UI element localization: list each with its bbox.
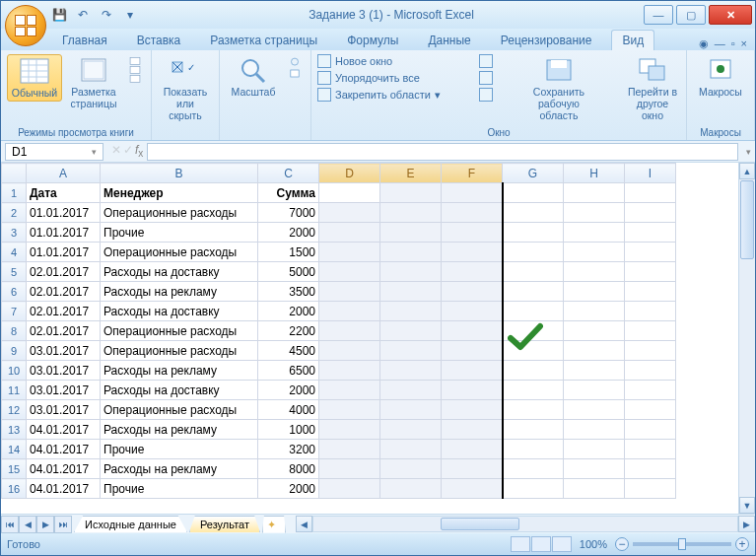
cell-F10[interactable] [442,361,503,381]
cell-E12[interactable] [380,400,442,420]
expand-formula-bar-icon[interactable]: ▾ [742,147,755,157]
formula-input[interactable] [147,143,738,161]
row-header-15[interactable]: 15 [2,459,27,479]
cell-E4[interactable] [380,243,442,262]
cell-B1[interactable]: Менеджер [101,183,258,203]
show-hide-button[interactable]: ✓ Показать или скрыть [158,54,213,123]
cell-B11[interactable]: Расходы на доставку [101,381,258,400]
cell-A13[interactable]: 04.01.2017 [27,420,101,440]
cell-D12[interactable] [319,400,380,420]
cell-I16[interactable] [625,479,676,499]
cell-I15[interactable] [625,459,676,479]
cell-D10[interactable] [319,361,380,381]
unhide-button[interactable] [479,88,493,102]
cell-C12[interactable]: 4000 [258,400,319,420]
cell-I8[interactable] [625,321,676,341]
cell-I12[interactable] [625,400,676,420]
cell-F4[interactable] [442,243,503,262]
cell-A9[interactable]: 03.01.2017 [27,341,101,361]
cell-I11[interactable] [625,381,676,400]
row-header-3[interactable]: 3 [2,223,27,243]
tab-formulas[interactable]: Формулы [337,31,408,50]
cell-B16[interactable]: Прочие [101,479,258,499]
cell-F6[interactable] [442,282,503,302]
cell-H14[interactable] [564,440,625,459]
help-icon[interactable]: ◉ [699,37,709,50]
cell-D11[interactable] [319,381,380,400]
cell-G13[interactable] [503,420,564,440]
cell-I9[interactable] [625,341,676,361]
cell-E1[interactable] [380,183,442,203]
maximize-button[interactable]: ▢ [676,5,706,25]
ribbon-restore-icon[interactable]: ▫ [731,37,735,50]
row-header-16[interactable]: 16 [2,479,27,499]
cell-C14[interactable]: 3200 [258,440,319,459]
cell-B14[interactable]: Прочие [101,440,258,459]
row-header-5[interactable]: 5 [2,262,27,282]
qat-dropdown-icon[interactable]: ▾ [121,6,139,24]
cell-G16[interactable] [503,479,564,499]
cell-D7[interactable] [319,302,380,321]
column-header-I[interactable]: I [625,164,676,183]
cell-A7[interactable]: 02.01.2017 [27,302,101,321]
tab-insert[interactable]: Вставка [127,31,191,50]
cell-E2[interactable] [380,203,442,223]
tab-review[interactable]: Рецензирование [491,31,602,50]
select-all-cell[interactable] [2,164,27,183]
cell-A16[interactable]: 04.01.2017 [27,479,101,499]
cancel-formula-icon[interactable]: ✕ [111,143,121,159]
cell-I2[interactable] [625,203,676,223]
cell-A8[interactable]: 02.01.2017 [27,321,101,341]
cell-A11[interactable]: 03.01.2017 [27,381,101,400]
scroll-down-icon[interactable]: ▼ [739,497,755,514]
cell-D14[interactable] [319,440,380,459]
cell-H3[interactable] [564,223,625,243]
cell-A3[interactable]: 01.01.2017 [27,223,101,243]
scroll-up-icon[interactable]: ▲ [739,163,755,179]
first-sheet-icon[interactable]: ⏮ [1,516,19,533]
scroll-right-icon[interactable]: ▶ [738,516,755,532]
row-header-11[interactable]: 11 [2,381,27,400]
cell-F3[interactable] [442,223,503,243]
cell-F16[interactable] [442,479,503,499]
cell-G14[interactable] [503,440,564,459]
horizontal-scrollbar[interactable]: ◀ ▶ [296,516,755,532]
zoom-more-button[interactable] [285,54,305,88]
ribbon-close-icon[interactable]: × [741,37,747,50]
cell-A14[interactable]: 04.01.2017 [27,440,101,459]
cell-G7[interactable] [503,302,564,321]
page-layout-view-button[interactable]: Разметка страницы [66,54,121,111]
cell-C15[interactable]: 8000 [258,459,319,479]
cell-C4[interactable]: 1500 [258,243,319,262]
cell-H2[interactable] [564,203,625,223]
zoom-slider[interactable] [633,542,731,546]
cell-I13[interactable] [625,420,676,440]
cell-E15[interactable] [380,459,442,479]
row-header-1[interactable]: 1 [2,183,27,203]
cell-F9[interactable] [442,341,503,361]
cell-F7[interactable] [442,302,503,321]
cell-C2[interactable]: 7000 [258,203,319,223]
accept-formula-icon[interactable]: ✓ [123,143,133,159]
hscroll-thumb[interactable] [441,518,519,530]
save-icon[interactable]: 💾 [50,6,68,24]
column-header-F[interactable]: F [442,164,503,183]
cell-F15[interactable] [442,459,503,479]
cell-C9[interactable]: 4500 [258,341,319,361]
cell-D4[interactable] [319,243,380,262]
scroll-left-icon[interactable]: ◀ [296,516,312,532]
prev-sheet-icon[interactable]: ◀ [19,516,36,533]
cell-A15[interactable]: 04.01.2017 [27,459,101,479]
cell-B2[interactable]: Операционные расходы [101,203,258,223]
sheet-tab-result[interactable]: Результат [189,516,260,532]
row-header-8[interactable]: 8 [2,321,27,341]
new-window-button[interactable]: Новое окно [317,54,441,68]
cell-B9[interactable]: Операционные расходы [101,341,258,361]
split-button[interactable] [479,54,493,68]
cell-G1[interactable] [503,183,564,203]
row-header-4[interactable]: 4 [2,243,27,262]
column-header-A[interactable]: A [27,164,101,183]
minimize-button[interactable]: — [644,5,673,25]
column-header-H[interactable]: H [564,164,625,183]
cell-G15[interactable] [503,459,564,479]
